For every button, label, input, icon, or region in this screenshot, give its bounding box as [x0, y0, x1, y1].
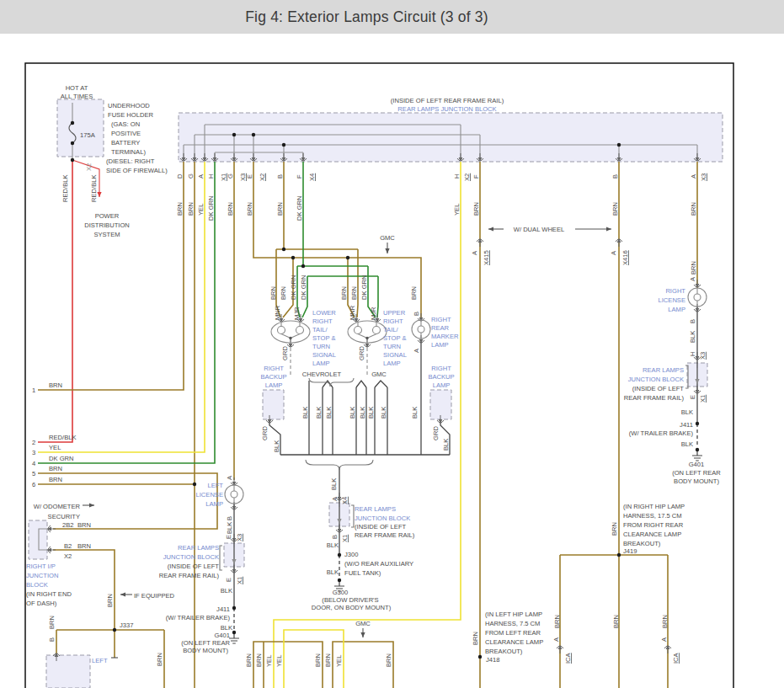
label-inside-of-left: (INSIDE OF LEFT — [355, 523, 407, 531]
label-yel: YEL — [335, 655, 343, 667]
arrow-head — [385, 248, 389, 253]
label-2: 2 — [32, 439, 35, 446]
label-junction-block: JUNCTION BLOCK — [355, 515, 410, 522]
label-x2: X2 — [64, 552, 72, 560]
pin-arrow — [696, 390, 700, 394]
if-equipped-arrow — [120, 592, 132, 596]
label-block: BLOCK — [26, 581, 48, 589]
label-blk: BLK — [359, 407, 366, 419]
label-blk: BLK — [315, 407, 323, 419]
label-brn: BRN — [350, 286, 358, 300]
label-x2: X2 — [85, 163, 93, 171]
wiring-diagram-canvas: HOT ATALL TIMESUNDERHOODFUSE HOLDER(GAS:… — [0, 0, 784, 688]
label-a: A — [552, 637, 560, 642]
label-battery: BATTERY — [111, 139, 140, 147]
label-b: B — [331, 535, 339, 539]
label-4: 4 — [32, 460, 35, 467]
label-blk: BLK — [411, 407, 419, 419]
dual-wheel-arrow-right — [575, 227, 611, 231]
pin-arrow — [696, 284, 700, 288]
splice-dot — [338, 579, 341, 582]
label-a: A — [610, 250, 617, 255]
label-rear-lamps: REAR LAMPS — [355, 505, 396, 513]
label-blk: BLK — [221, 624, 232, 632]
label-below-driver-s: (BELOW DRIVER'S — [322, 596, 378, 604]
pin-arrow — [419, 339, 424, 344]
label-backup: BACKUP — [428, 373, 454, 381]
splice-dot — [252, 133, 255, 136]
filament-icon — [278, 327, 285, 334]
label-blk: BLK — [301, 407, 309, 419]
label-g: G — [187, 173, 195, 179]
label-x415: X415 — [483, 250, 490, 265]
label-on-left-rear: (ON LEFT REAR — [672, 469, 721, 477]
label-right: RIGHT — [264, 365, 284, 372]
wire-marker-feed — [253, 162, 421, 319]
label-red-blk: RED/BLK — [61, 175, 69, 203]
label-brn: BRN — [227, 202, 234, 216]
label-blk: BLK — [226, 522, 233, 534]
filament-icon — [355, 327, 362, 334]
label-f: F — [296, 174, 303, 179]
pin-arrow — [439, 419, 443, 424]
label-right: RIGHT — [431, 316, 451, 323]
right-backup-lamp-left-box — [263, 390, 284, 419]
label-j411: J411 — [216, 605, 230, 613]
lower-right-tail-lamp — [271, 321, 310, 343]
label-e: E — [225, 535, 232, 539]
label-clearance-lamp: CLEARANCE LAMP — [623, 531, 681, 538]
label-g: G — [227, 173, 234, 179]
label-rear-frame-rail: REAR FRAME RAIL) — [355, 531, 415, 539]
label-of-dash: OF DASH) — [26, 600, 57, 607]
label-lamp: LAMP — [205, 500, 223, 508]
label-brn: BRN — [553, 615, 561, 628]
splice-dot — [232, 133, 236, 136]
label-6: 6 — [32, 481, 35, 488]
label-upper: UPPER — [383, 309, 406, 317]
label-x1: X1 — [341, 535, 349, 542]
gmc-arrow-bottom — [360, 628, 365, 637]
label-license: LICENSE — [659, 296, 686, 304]
connector-pin-icon — [557, 645, 563, 653]
label-left: LEFT — [207, 482, 223, 489]
label-in-left-hip-lamp: (IN LEFT HIP LAMP — [485, 611, 542, 618]
label-blk: BLK — [681, 440, 693, 448]
wire-blk-65 — [356, 381, 366, 387]
right-backup-lamp-right-box — [430, 390, 451, 419]
left-lamp-bottom-box — [46, 655, 90, 688]
right-rear-marker-lamp — [412, 320, 430, 339]
label-b: B — [48, 637, 56, 642]
pin-arrow — [696, 308, 700, 312]
arrow-head — [606, 227, 611, 231]
label-brn: BRN — [156, 653, 163, 666]
label-g401: G401 — [214, 632, 230, 639]
label-signal: SIGNAL — [383, 351, 407, 359]
splice-dot — [617, 143, 621, 147]
label-blk: BLK — [442, 439, 450, 451]
splice-dot — [282, 143, 285, 147]
label-fuse-holder: FUSE HOLDER — [108, 111, 154, 119]
label-x1: X1 — [220, 173, 227, 181]
label-blk: BLK — [327, 568, 339, 576]
label-turn: TURN — [383, 343, 401, 350]
label-brn: BRN — [385, 653, 392, 667]
splice-dot — [232, 606, 236, 610]
label-a: A — [331, 496, 339, 501]
label-right: RIGHT — [665, 287, 685, 295]
pin-arrow — [338, 529, 342, 533]
label-h: H — [207, 174, 215, 179]
label-e: E — [225, 578, 232, 582]
label-blk: BLK — [689, 331, 696, 343]
label-x3: X3 — [699, 352, 707, 360]
label-rear-lamps-junction-block: REAR LAMPS JUNCTION BLOCK — [397, 105, 496, 113]
label-brn: BRN — [690, 261, 697, 275]
label-e: E — [246, 174, 253, 179]
label-x3: X3 — [239, 173, 247, 181]
label-ica: ICA — [672, 652, 680, 664]
label-yel: YEL — [197, 204, 205, 216]
label-yel: YEL — [49, 444, 61, 451]
label-rear: REAR — [431, 324, 450, 332]
label-door-on-body-mount: DOOR, ON BODY MOUNT) — [312, 604, 392, 611]
label-brn: BRN — [246, 202, 253, 216]
label-brn: BRN — [77, 521, 91, 529]
